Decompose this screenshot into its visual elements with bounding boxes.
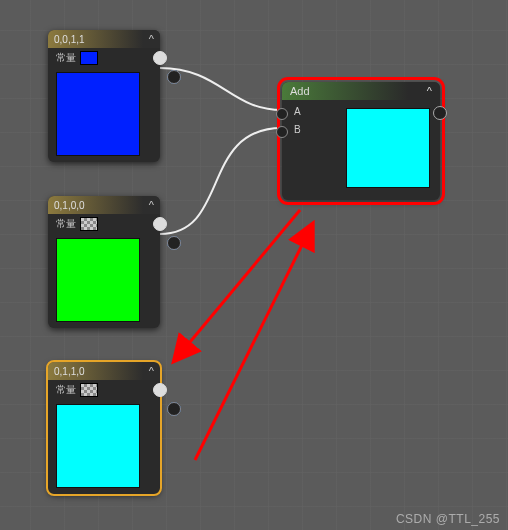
node-header[interactable]: Add ^ <box>282 82 440 100</box>
node-param-row: 常量 <box>48 48 160 68</box>
output-pin-a[interactable] <box>167 236 181 250</box>
input-pin-b[interactable] <box>276 126 288 138</box>
node-title: 0,1,0,0 <box>54 200 85 211</box>
output-pin[interactable] <box>433 106 447 120</box>
output-pin-a[interactable] <box>167 70 181 84</box>
preview-swatch <box>56 404 140 488</box>
input-label-a: A <box>294 106 301 117</box>
node-param-row: 常量 <box>48 214 160 234</box>
param-label: 常量 <box>56 51 76 65</box>
add-node[interactable]: Add ^ A B <box>282 82 440 200</box>
preview-swatch <box>346 108 430 188</box>
add-node-body: A B <box>282 100 440 196</box>
constant-node-2[interactable]: 0,1,0,0 ^ 常量 <box>48 196 160 328</box>
node-header[interactable]: 0,0,1,1 ^ <box>48 30 160 48</box>
param-label: 常量 <box>56 383 76 397</box>
constant-node-1[interactable]: 0,0,1,1 ^ 常量 <box>48 30 160 162</box>
color-chip[interactable] <box>80 217 98 231</box>
node-header[interactable]: 0,1,0,0 ^ <box>48 196 160 214</box>
preview-swatch <box>56 72 140 156</box>
node-title: 0,1,1,0 <box>54 366 85 377</box>
color-chip[interactable] <box>80 383 98 397</box>
constant-node-3[interactable]: 0,1,1,0 ^ 常量 <box>48 362 160 494</box>
collapse-icon[interactable]: ^ <box>149 365 154 377</box>
collapse-icon[interactable]: ^ <box>149 33 154 45</box>
node-title: Add <box>290 85 310 97</box>
output-pin-rgba[interactable] <box>153 51 167 65</box>
collapse-icon[interactable]: ^ <box>149 199 154 211</box>
watermark: CSDN @TTL_255 <box>396 512 500 526</box>
output-pin-a[interactable] <box>167 402 181 416</box>
node-title: 0,0,1,1 <box>54 34 85 45</box>
node-param-row: 常量 <box>48 380 160 400</box>
input-pin-a[interactable] <box>276 108 288 120</box>
output-pin-rgba[interactable] <box>153 383 167 397</box>
color-chip[interactable] <box>80 51 98 65</box>
param-label: 常量 <box>56 217 76 231</box>
preview-swatch <box>56 238 140 322</box>
node-header[interactable]: 0,1,1,0 ^ <box>48 362 160 380</box>
input-label-b: B <box>294 124 301 135</box>
collapse-icon[interactable]: ^ <box>427 85 432 97</box>
output-pin-rgba[interactable] <box>153 217 167 231</box>
